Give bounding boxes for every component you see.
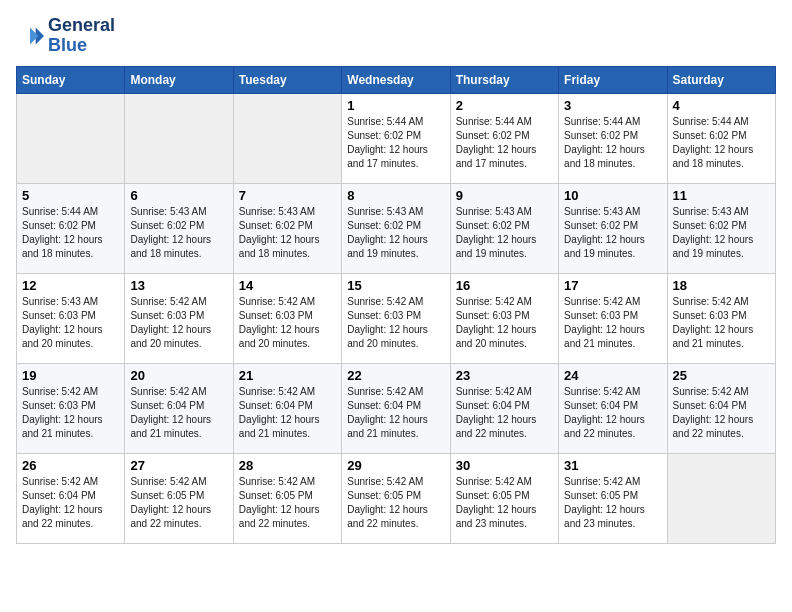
day-number: 4 xyxy=(673,98,770,113)
header-day-wednesday: Wednesday xyxy=(342,66,450,93)
calendar-cell: 3Sunrise: 5:44 AM Sunset: 6:02 PM Daylig… xyxy=(559,93,667,183)
day-number: 27 xyxy=(130,458,227,473)
calendar-cell: 8Sunrise: 5:43 AM Sunset: 6:02 PM Daylig… xyxy=(342,183,450,273)
header-day-thursday: Thursday xyxy=(450,66,558,93)
day-number: 11 xyxy=(673,188,770,203)
day-info: Sunrise: 5:42 AM Sunset: 6:04 PM Dayligh… xyxy=(130,385,227,441)
day-number: 7 xyxy=(239,188,336,203)
calendar-cell: 31Sunrise: 5:42 AM Sunset: 6:05 PM Dayli… xyxy=(559,453,667,543)
week-row-1: 5Sunrise: 5:44 AM Sunset: 6:02 PM Daylig… xyxy=(17,183,776,273)
day-number: 18 xyxy=(673,278,770,293)
day-number: 20 xyxy=(130,368,227,383)
day-number: 1 xyxy=(347,98,444,113)
day-number: 30 xyxy=(456,458,553,473)
day-info: Sunrise: 5:42 AM Sunset: 6:05 PM Dayligh… xyxy=(347,475,444,531)
day-info: Sunrise: 5:43 AM Sunset: 6:03 PM Dayligh… xyxy=(22,295,119,351)
day-number: 3 xyxy=(564,98,661,113)
day-info: Sunrise: 5:42 AM Sunset: 6:05 PM Dayligh… xyxy=(564,475,661,531)
day-number: 25 xyxy=(673,368,770,383)
header-day-tuesday: Tuesday xyxy=(233,66,341,93)
calendar-cell: 6Sunrise: 5:43 AM Sunset: 6:02 PM Daylig… xyxy=(125,183,233,273)
day-info: Sunrise: 5:42 AM Sunset: 6:04 PM Dayligh… xyxy=(239,385,336,441)
calendar-cell: 22Sunrise: 5:42 AM Sunset: 6:04 PM Dayli… xyxy=(342,363,450,453)
day-info: Sunrise: 5:43 AM Sunset: 6:02 PM Dayligh… xyxy=(130,205,227,261)
calendar-cell: 11Sunrise: 5:43 AM Sunset: 6:02 PM Dayli… xyxy=(667,183,775,273)
logo: General Blue xyxy=(16,16,115,56)
week-row-4: 26Sunrise: 5:42 AM Sunset: 6:04 PM Dayli… xyxy=(17,453,776,543)
day-info: Sunrise: 5:44 AM Sunset: 6:02 PM Dayligh… xyxy=(456,115,553,171)
day-info: Sunrise: 5:42 AM Sunset: 6:03 PM Dayligh… xyxy=(130,295,227,351)
week-row-0: 1Sunrise: 5:44 AM Sunset: 6:02 PM Daylig… xyxy=(17,93,776,183)
day-number: 10 xyxy=(564,188,661,203)
header-day-sunday: Sunday xyxy=(17,66,125,93)
day-number: 6 xyxy=(130,188,227,203)
day-info: Sunrise: 5:42 AM Sunset: 6:04 PM Dayligh… xyxy=(22,475,119,531)
calendar-cell: 10Sunrise: 5:43 AM Sunset: 6:02 PM Dayli… xyxy=(559,183,667,273)
week-row-2: 12Sunrise: 5:43 AM Sunset: 6:03 PM Dayli… xyxy=(17,273,776,363)
day-info: Sunrise: 5:43 AM Sunset: 6:02 PM Dayligh… xyxy=(239,205,336,261)
day-number: 17 xyxy=(564,278,661,293)
calendar-cell: 5Sunrise: 5:44 AM Sunset: 6:02 PM Daylig… xyxy=(17,183,125,273)
day-number: 8 xyxy=(347,188,444,203)
header-day-monday: Monday xyxy=(125,66,233,93)
calendar-cell: 27Sunrise: 5:42 AM Sunset: 6:05 PM Dayli… xyxy=(125,453,233,543)
calendar-cell: 1Sunrise: 5:44 AM Sunset: 6:02 PM Daylig… xyxy=(342,93,450,183)
calendar-cell: 28Sunrise: 5:42 AM Sunset: 6:05 PM Dayli… xyxy=(233,453,341,543)
calendar-cell: 4Sunrise: 5:44 AM Sunset: 6:02 PM Daylig… xyxy=(667,93,775,183)
header: General Blue xyxy=(16,16,776,56)
day-number: 21 xyxy=(239,368,336,383)
calendar-cell: 12Sunrise: 5:43 AM Sunset: 6:03 PM Dayli… xyxy=(17,273,125,363)
day-info: Sunrise: 5:42 AM Sunset: 6:05 PM Dayligh… xyxy=(239,475,336,531)
header-day-saturday: Saturday xyxy=(667,66,775,93)
header-day-friday: Friday xyxy=(559,66,667,93)
calendar-cell: 14Sunrise: 5:42 AM Sunset: 6:03 PM Dayli… xyxy=(233,273,341,363)
day-info: Sunrise: 5:43 AM Sunset: 6:02 PM Dayligh… xyxy=(456,205,553,261)
calendar-cell: 18Sunrise: 5:42 AM Sunset: 6:03 PM Dayli… xyxy=(667,273,775,363)
day-info: Sunrise: 5:44 AM Sunset: 6:02 PM Dayligh… xyxy=(347,115,444,171)
day-info: Sunrise: 5:42 AM Sunset: 6:03 PM Dayligh… xyxy=(456,295,553,351)
day-info: Sunrise: 5:42 AM Sunset: 6:03 PM Dayligh… xyxy=(673,295,770,351)
day-info: Sunrise: 5:44 AM Sunset: 6:02 PM Dayligh… xyxy=(673,115,770,171)
day-number: 29 xyxy=(347,458,444,473)
calendar-cell: 29Sunrise: 5:42 AM Sunset: 6:05 PM Dayli… xyxy=(342,453,450,543)
day-number: 22 xyxy=(347,368,444,383)
day-info: Sunrise: 5:42 AM Sunset: 6:05 PM Dayligh… xyxy=(456,475,553,531)
day-info: Sunrise: 5:42 AM Sunset: 6:03 PM Dayligh… xyxy=(239,295,336,351)
calendar-cell: 15Sunrise: 5:42 AM Sunset: 6:03 PM Dayli… xyxy=(342,273,450,363)
calendar-cell: 20Sunrise: 5:42 AM Sunset: 6:04 PM Dayli… xyxy=(125,363,233,453)
day-info: Sunrise: 5:42 AM Sunset: 6:04 PM Dayligh… xyxy=(456,385,553,441)
calendar-cell: 16Sunrise: 5:42 AM Sunset: 6:03 PM Dayli… xyxy=(450,273,558,363)
calendar-cell: 9Sunrise: 5:43 AM Sunset: 6:02 PM Daylig… xyxy=(450,183,558,273)
calendar-header-row: SundayMondayTuesdayWednesdayThursdayFrid… xyxy=(17,66,776,93)
day-info: Sunrise: 5:42 AM Sunset: 6:04 PM Dayligh… xyxy=(673,385,770,441)
day-number: 24 xyxy=(564,368,661,383)
day-info: Sunrise: 5:44 AM Sunset: 6:02 PM Dayligh… xyxy=(22,205,119,261)
calendar-cell: 24Sunrise: 5:42 AM Sunset: 6:04 PM Dayli… xyxy=(559,363,667,453)
calendar-cell: 2Sunrise: 5:44 AM Sunset: 6:02 PM Daylig… xyxy=(450,93,558,183)
day-number: 15 xyxy=(347,278,444,293)
day-number: 13 xyxy=(130,278,227,293)
calendar-cell: 26Sunrise: 5:42 AM Sunset: 6:04 PM Dayli… xyxy=(17,453,125,543)
calendar-cell: 25Sunrise: 5:42 AM Sunset: 6:04 PM Dayli… xyxy=(667,363,775,453)
logo-icon xyxy=(16,22,44,50)
day-number: 19 xyxy=(22,368,119,383)
calendar-cell: 19Sunrise: 5:42 AM Sunset: 6:03 PM Dayli… xyxy=(17,363,125,453)
day-info: Sunrise: 5:43 AM Sunset: 6:02 PM Dayligh… xyxy=(347,205,444,261)
day-info: Sunrise: 5:42 AM Sunset: 6:04 PM Dayligh… xyxy=(347,385,444,441)
calendar-cell xyxy=(233,93,341,183)
day-number: 14 xyxy=(239,278,336,293)
day-info: Sunrise: 5:42 AM Sunset: 6:03 PM Dayligh… xyxy=(347,295,444,351)
day-info: Sunrise: 5:43 AM Sunset: 6:02 PM Dayligh… xyxy=(673,205,770,261)
calendar-cell: 13Sunrise: 5:42 AM Sunset: 6:03 PM Dayli… xyxy=(125,273,233,363)
day-info: Sunrise: 5:42 AM Sunset: 6:05 PM Dayligh… xyxy=(130,475,227,531)
day-info: Sunrise: 5:43 AM Sunset: 6:02 PM Dayligh… xyxy=(564,205,661,261)
day-info: Sunrise: 5:42 AM Sunset: 6:04 PM Dayligh… xyxy=(564,385,661,441)
calendar-table: SundayMondayTuesdayWednesdayThursdayFrid… xyxy=(16,66,776,544)
calendar-cell: 30Sunrise: 5:42 AM Sunset: 6:05 PM Dayli… xyxy=(450,453,558,543)
day-number: 16 xyxy=(456,278,553,293)
calendar-cell xyxy=(125,93,233,183)
day-number: 12 xyxy=(22,278,119,293)
calendar-cell xyxy=(667,453,775,543)
day-number: 5 xyxy=(22,188,119,203)
day-number: 9 xyxy=(456,188,553,203)
